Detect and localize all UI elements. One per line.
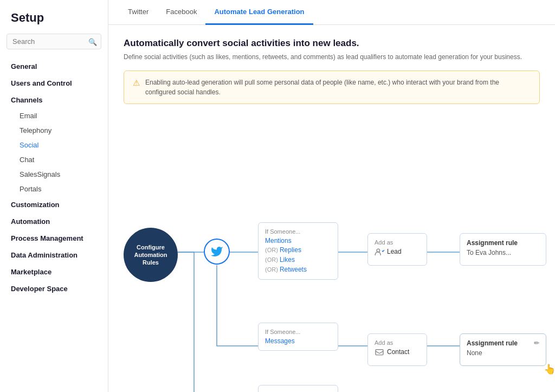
assign-2-value: None	[467, 349, 539, 357]
configure-automation-node[interactable]: ConfigureAutomationRules	[124, 228, 178, 282]
page-content: Automatically convert social activities …	[108, 25, 555, 392]
search-box[interactable]: 🔍	[7, 34, 101, 49]
assign-2-title: Assignment rule ✏	[467, 339, 539, 347]
cursor-pointer: 👆	[544, 363, 555, 375]
if-someone-1-action-2[interactable]: Replies	[280, 246, 301, 254]
twitter-assignment-1: Assignment rule To Eva Johns...	[460, 233, 546, 266]
add-as-1-label: Lead	[387, 248, 402, 255]
twitter-if-someone-2: If Someone... Messages	[258, 323, 338, 351]
if-someone-1-or-1: (OR)	[265, 247, 280, 253]
page-description: Define social activities (such as likes,…	[124, 52, 540, 62]
if-someone-1-title: If Someone...	[265, 228, 331, 235]
assign-1-value: To Eva Johns...	[467, 249, 539, 256]
sidebar-item-general[interactable]: General	[0, 58, 108, 75]
sidebar-item-process-management[interactable]: Process Management	[0, 230, 108, 247]
facebook-if-someone-1: If Someone... Posts (OR) Likes	[258, 385, 338, 392]
tab-twitter[interactable]: Twitter	[119, 0, 157, 25]
main-content: Twitter Facebook Automate Lead Generatio…	[108, 0, 555, 392]
tab-automate[interactable]: Automate Lead Generation	[205, 0, 313, 25]
add-as-2-type: Contact	[375, 348, 420, 356]
sidebar-item-telephony[interactable]: Telephony	[0, 123, 108, 138]
add-as-1-title: Add as	[375, 239, 420, 246]
if-someone-1-or-3: (OR)	[265, 266, 280, 273]
sidebar-title: Setup	[0, 0, 108, 34]
twitter-node[interactable]	[204, 239, 230, 265]
warning-icon: ⚠	[133, 78, 140, 88]
twitter-add-as-2: Add as Contact	[367, 333, 427, 366]
sidebar-item-customization[interactable]: Customization	[0, 196, 108, 213]
tab-facebook[interactable]: Facebook	[157, 0, 205, 25]
if-someone-1-action-1[interactable]: Mentions	[265, 237, 331, 245]
sidebar-item-social[interactable]: Social	[0, 138, 108, 152]
svg-point-12	[377, 249, 380, 252]
twitter-add-as-1: Add as Lead	[367, 233, 427, 266]
configure-node-label: ConfigureAutomationRules	[134, 243, 167, 267]
if-someone-1-action-3[interactable]: Likes	[280, 256, 295, 264]
if-someone-1-action-4[interactable]: Retweets	[280, 266, 307, 273]
if-someone-2-action-1[interactable]: Messages	[265, 337, 331, 345]
add-as-2-label: Contact	[387, 348, 409, 356]
warning-text: Enabling auto-lead generation will pull …	[145, 78, 531, 97]
sidebar-item-users-control[interactable]: Users and Control	[0, 75, 108, 92]
sidebar: Setup 🔍 General Users and Control Channe…	[0, 0, 108, 392]
add-as-2-title: Add as	[375, 339, 420, 346]
sidebar-item-email[interactable]: Email	[0, 108, 108, 123]
sidebar-item-portals[interactable]: Portals	[0, 182, 108, 196]
warning-banner: ⚠ Enabling auto-lead generation will pul…	[124, 70, 540, 104]
sidebar-item-developer-space[interactable]: Developer Space	[0, 280, 108, 297]
twitter-assignment-2[interactable]: Assignment rule ✏ None	[460, 333, 546, 366]
twitter-if-someone-1: If Someone... Mentions (OR) Replies (OR)…	[258, 222, 338, 280]
edit-icon[interactable]: ✏	[534, 339, 539, 347]
search-icon: 🔍	[88, 37, 97, 46]
if-someone-2-title: If Someone...	[265, 329, 331, 335]
tab-bar: Twitter Facebook Automate Lead Generatio…	[108, 0, 555, 25]
assign-1-title: Assignment rule	[467, 239, 539, 247]
sidebar-item-marketplace[interactable]: Marketplace	[0, 264, 108, 280]
svg-rect-13	[376, 350, 383, 355]
add-as-1-type: Lead	[375, 248, 420, 255]
sidebar-item-chat[interactable]: Chat	[0, 152, 108, 167]
sidebar-item-automation[interactable]: Automation	[0, 213, 108, 230]
if-someone-1-or-2: (OR)	[265, 256, 280, 263]
sidebar-item-salssignals[interactable]: SalesSignals	[0, 167, 108, 182]
page-title: Automatically convert social activities …	[124, 38, 540, 49]
sidebar-item-channels[interactable]: Channels	[0, 92, 108, 108]
sidebar-item-data-administration[interactable]: Data Administration	[0, 247, 108, 264]
search-input[interactable]	[7, 34, 101, 49]
flow-diagram: ConfigureAutomationRules If Someone... M…	[124, 119, 540, 392]
